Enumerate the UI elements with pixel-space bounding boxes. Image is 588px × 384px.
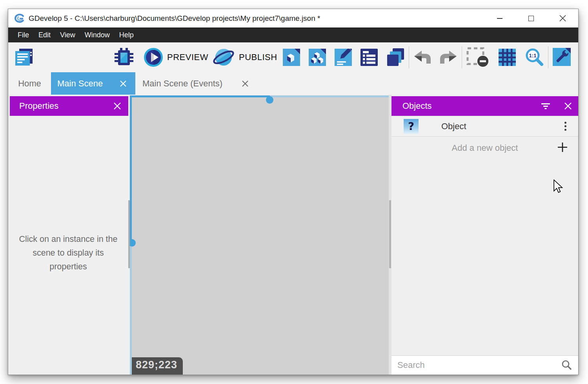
publish-button[interactable]: PUBLISH — [212, 47, 277, 68]
edit-scene-button[interactable] — [283, 49, 300, 66]
layers-icon — [386, 48, 404, 66]
object-list-item[interactable]: ? Object — [391, 116, 578, 137]
editor-content: Properties Click on an instance in the s… — [8, 95, 578, 375]
redo-button[interactable] — [439, 51, 457, 64]
close-button[interactable] — [547, 9, 578, 27]
objects-panel-title: Objects — [402, 101, 432, 111]
title-bar: GDevelop 5 - C:\Users\charburg\Documents… — [8, 9, 578, 27]
menu-window[interactable]: Window — [80, 27, 115, 42]
publish-button-label: PUBLISH — [239, 52, 277, 62]
project-manager-button[interactable] — [14, 48, 34, 67]
tab-close-button[interactable] — [120, 80, 127, 87]
minimize-button[interactable] — [484, 9, 515, 27]
toggle-grid-button[interactable] — [499, 49, 516, 66]
add-object-button[interactable]: Add a new object — [391, 137, 578, 159]
clear-selection-button[interactable] — [466, 47, 489, 68]
properties-empty-message: Click on an instance in the scene to dis… — [17, 232, 120, 273]
object-name: Object — [441, 121, 466, 132]
objects-search-input[interactable] — [391, 360, 561, 370]
toolbar-separator — [548, 46, 548, 68]
events-button[interactable] — [360, 49, 378, 66]
preview-button-label: PREVIEW — [167, 52, 208, 62]
redo-icon — [439, 51, 457, 64]
gdevelop-logo-icon — [14, 13, 25, 24]
menu-view[interactable]: View — [55, 27, 80, 42]
tab-home[interactable]: Home — [8, 72, 51, 95]
preview-button[interactable]: PREVIEW — [144, 48, 208, 67]
objects-panel-empty-area — [391, 159, 578, 355]
objects-close-button[interactable] — [564, 102, 572, 110]
scene-properties-button[interactable] — [335, 49, 352, 66]
objects-filter-button[interactable] — [541, 102, 551, 110]
maximize-button[interactable] — [515, 9, 547, 27]
scene-icon — [283, 49, 300, 66]
objects-search-bar — [391, 355, 578, 375]
scene-properties-icon — [335, 49, 352, 66]
plus-icon — [557, 142, 568, 154]
filter-icon — [541, 102, 551, 110]
undo-icon — [413, 51, 431, 64]
tab-home-label: Home — [18, 79, 41, 89]
canvas-right-scrollbar-thumb[interactable] — [389, 200, 391, 268]
canvas-left-scrollbar-thumb[interactable] — [128, 200, 130, 268]
objects-panel: Objects — [391, 95, 578, 375]
cursor-coordinates-badge: 829;223 — [132, 357, 183, 375]
tab-close-button[interactable] — [242, 80, 249, 87]
add-object-label: Add a new object — [452, 143, 518, 153]
app-window: GDevelop 5 - C:\Users\charburg\Documents… — [8, 9, 579, 375]
layers-button[interactable] — [386, 48, 404, 66]
scene-canvas[interactable]: 829;223 — [128, 95, 391, 375]
scene-canvas-surface[interactable] — [132, 95, 389, 375]
zoom-1-1-icon: 1:1 — [525, 48, 544, 67]
menu-bar: File Edit View Window Help — [8, 27, 578, 42]
toolbar-separator — [462, 46, 462, 68]
tools-icon — [553, 48, 572, 67]
selection-edge-left-light — [130, 243, 132, 375]
properties-panel-body: Click on an instance in the scene to dis… — [8, 116, 128, 375]
close-icon — [242, 80, 249, 87]
search-icon[interactable] — [561, 359, 573, 371]
selection-resize-handle-top[interactable] — [266, 96, 273, 104]
editor-tabs: Home Main Scene Main Scene (Events) — [8, 72, 578, 95]
properties-close-button[interactable] — [113, 102, 121, 110]
menu-file[interactable]: File — [13, 27, 34, 42]
menu-help[interactable]: Help — [115, 27, 138, 42]
grid-icon — [499, 49, 516, 66]
tab-main-scene-events-label: Main Scene (Events) — [142, 79, 222, 89]
canvas-right-scrollbar-track[interactable] — [389, 95, 391, 375]
main-toolbar: PREVIEW PUBLISH — [8, 42, 578, 72]
project-manager-icon — [14, 48, 34, 67]
objects-groups-icon — [309, 49, 326, 66]
properties-panel: Properties Click on an instance in the s… — [8, 95, 128, 375]
selection-edge-top — [130, 95, 270, 97]
zoom-original-button[interactable]: 1:1 — [525, 48, 544, 67]
debug-button[interactable] — [115, 48, 133, 67]
mouse-cursor — [553, 179, 563, 194]
window-title: GDevelop 5 - C:\Users\charburg\Documents… — [29, 14, 320, 23]
maximize-icon — [528, 16, 534, 21]
minimize-icon — [497, 18, 502, 19]
debug-icon — [115, 48, 133, 67]
undo-button[interactable] — [413, 51, 431, 64]
publish-globe-icon — [212, 47, 235, 68]
objects-groups-button[interactable] — [309, 49, 326, 66]
properties-panel-title: Properties — [19, 101, 58, 111]
unknown-object-icon: ? — [404, 119, 419, 134]
scene-tools-button[interactable] — [553, 48, 572, 67]
events-icon — [360, 49, 378, 66]
deselect-icon — [466, 47, 489, 68]
object-menu-button[interactable] — [564, 122, 566, 131]
tab-main-scene-label: Main Scene — [57, 79, 103, 89]
tab-main-scene-events[interactable]: Main Scene (Events) — [135, 72, 257, 95]
window-controls — [484, 9, 578, 27]
selection-edge-left — [130, 95, 132, 243]
close-icon — [559, 15, 566, 22]
properties-panel-header: Properties — [10, 96, 128, 116]
tab-main-scene[interactable]: Main Scene — [51, 72, 135, 95]
menu-edit[interactable]: Edit — [34, 27, 55, 42]
selection-edge-top-light — [270, 95, 389, 97]
zoom-ratio-label: 1:1 — [529, 53, 536, 59]
close-icon — [564, 102, 572, 110]
close-icon — [120, 80, 127, 87]
toolbar-separator — [409, 46, 409, 68]
